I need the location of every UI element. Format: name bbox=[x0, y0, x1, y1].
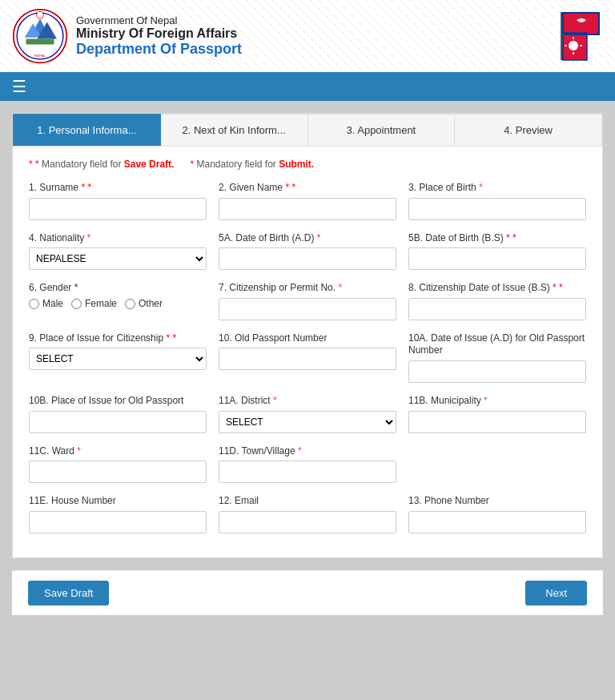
nepal-flag-icon bbox=[559, 10, 603, 62]
gender-option-other[interactable]: Other bbox=[125, 298, 163, 309]
input-date-issue-old[interactable] bbox=[408, 360, 586, 383]
label-ward: 11C. Ward * bbox=[29, 445, 207, 458]
label-place-old-passport: 10B. Place of Issue for Old Passport bbox=[29, 395, 207, 408]
svg-marker-9 bbox=[563, 13, 599, 34]
navbar: ☰ bbox=[0, 72, 615, 101]
tab-personal[interactable]: 1. Personal Informa... bbox=[13, 114, 161, 146]
row-7: 11E. House Number 12. Email 13. Phone Nu… bbox=[29, 495, 586, 533]
label-town-village: 11D. Town/Village * bbox=[219, 445, 396, 458]
svg-point-5 bbox=[37, 11, 44, 18]
row-2: 4. Nationality * NEPALESE 5A. Date of Bi… bbox=[29, 232, 586, 271]
mandatory-keyword-1: Save Draft. bbox=[124, 159, 175, 170]
header-line1: Government Of Nepal bbox=[76, 14, 242, 26]
label-old-passport: 10. Old Passport Number bbox=[219, 332, 396, 345]
gender-option-male[interactable]: Male bbox=[29, 298, 63, 309]
label-place-of-issue: 9. Place of Issue for Citizenship * * bbox=[29, 332, 207, 345]
input-given-name[interactable] bbox=[219, 198, 396, 220]
next-button[interactable]: Next bbox=[525, 581, 587, 605]
label-dob-bs: 5B. Date of Birth (B.S) * * bbox=[408, 232, 586, 245]
field-dob-bs: 5B. Date of Birth (B.S) * * bbox=[408, 232, 586, 271]
select-place-of-issue[interactable]: SELECT bbox=[29, 348, 207, 370]
field-town-village: 11D. Town/Village * bbox=[219, 445, 396, 484]
label-male: Male bbox=[42, 298, 63, 309]
label-house-number: 11E. House Number bbox=[29, 495, 207, 508]
input-phone[interactable] bbox=[408, 511, 586, 533]
header-left: NEPAL Government Of Nepal Ministry Of Fo… bbox=[12, 8, 242, 64]
field-place-of-issue: 9. Place of Issue for Citizenship * * SE… bbox=[29, 332, 207, 371]
label-date-issue-old: 10A. Date of Issue (A.D) for Old Passpor… bbox=[408, 332, 586, 357]
main-container: 1. Personal Informa... 2. Next of Kin In… bbox=[12, 113, 603, 558]
input-surname[interactable] bbox=[29, 198, 207, 220]
label-other: Other bbox=[139, 298, 163, 309]
label-citizenship-date: 8. Citizenship Date of Issue (B.S) * * bbox=[408, 282, 586, 295]
input-email[interactable] bbox=[219, 511, 396, 533]
label-municipality: 11B. Municipality * bbox=[408, 395, 586, 408]
mandatory-star-2: * bbox=[190, 159, 194, 170]
mandatory-text-2: Mandatory field for bbox=[196, 159, 279, 170]
svg-rect-6 bbox=[26, 39, 54, 45]
input-old-passport[interactable] bbox=[219, 348, 396, 370]
header: NEPAL Government Of Nepal Ministry Of Fo… bbox=[0, 0, 615, 72]
field-surname: 1. Surname * * bbox=[29, 182, 207, 220]
field-place-old-passport: 10B. Place of Issue for Old Passport bbox=[29, 395, 207, 433]
label-phone: 13. Phone Number bbox=[408, 495, 586, 508]
mandatory-text-1: Mandatory field for bbox=[42, 159, 124, 170]
select-nationality[interactable]: NEPALESE bbox=[29, 247, 207, 270]
input-municipality[interactable] bbox=[408, 411, 586, 433]
tabs-bar: 1. Personal Informa... 2. Next of Kin In… bbox=[13, 114, 602, 147]
label-surname: 1. Surname * * bbox=[29, 182, 207, 195]
tab-preview[interactable]: 4. Preview bbox=[455, 114, 602, 146]
field-citizenship-date: 8. Citizenship Date of Issue (B.S) * * bbox=[408, 282, 586, 320]
field-place-of-birth: 3. Place of Birth * bbox=[408, 182, 586, 220]
field-email: 12. Email bbox=[219, 495, 396, 533]
label-gender: 6. Gender * bbox=[29, 282, 207, 293]
field-house-number: 11E. House Number bbox=[29, 495, 207, 533]
mandatory-notice: * * Mandatory field for Save Draft. * Ma… bbox=[29, 159, 586, 170]
hamburger-button[interactable]: ☰ bbox=[12, 78, 26, 95]
header-line3: Department Of Passport bbox=[76, 41, 242, 58]
field-district: 11A. District * SELECT bbox=[219, 395, 396, 433]
row-3: 6. Gender * Male Female Other bbox=[29, 282, 586, 320]
field-ward: 11C. Ward * bbox=[29, 445, 207, 484]
input-town-village[interactable] bbox=[219, 461, 396, 483]
tab-appointment[interactable]: 3. Appointment bbox=[308, 114, 456, 146]
field-phone: 13. Phone Number bbox=[408, 495, 586, 533]
row-6: 11C. Ward * 11D. Town/Village * bbox=[29, 445, 586, 484]
field-old-passport: 10. Old Passport Number bbox=[219, 332, 396, 371]
nepal-flag-container bbox=[559, 10, 603, 62]
label-female: Female bbox=[85, 298, 117, 309]
label-dob-ad: 5A. Date of Birth (A.D) * bbox=[219, 232, 396, 245]
gender-options: Male Female Other bbox=[29, 298, 207, 309]
save-draft-button[interactable]: Save Draft bbox=[28, 581, 109, 605]
tab-nextofkin[interactable]: 2. Next of Kin Inform... bbox=[161, 114, 308, 146]
input-place-old-passport[interactable] bbox=[29, 411, 207, 433]
radio-other[interactable] bbox=[125, 299, 135, 309]
field-municipality: 11B. Municipality * bbox=[408, 395, 586, 433]
form-area: * * Mandatory field for Save Draft. * Ma… bbox=[13, 147, 602, 557]
input-dob-bs[interactable] bbox=[408, 247, 586, 270]
svg-text:NEPAL: NEPAL bbox=[34, 54, 46, 58]
input-house-number[interactable] bbox=[29, 511, 207, 533]
row-5: 10B. Place of Issue for Old Passport 11A… bbox=[29, 395, 586, 433]
input-dob-ad[interactable] bbox=[219, 247, 396, 270]
footer-bar: Save Draft Next bbox=[12, 570, 603, 615]
row-4: 9. Place of Issue for Citizenship * * SE… bbox=[29, 332, 586, 383]
input-citizenship-date[interactable] bbox=[408, 298, 586, 320]
input-ward[interactable] bbox=[29, 461, 207, 483]
row-1: 1. Surname * * 2. Given Name * * 3. Plac… bbox=[29, 182, 586, 220]
header-text: Government Of Nepal Ministry Of Foreign … bbox=[76, 14, 242, 58]
nepal-emblem-icon: NEPAL bbox=[12, 8, 68, 64]
input-place-of-birth[interactable] bbox=[408, 198, 586, 220]
gender-option-female[interactable]: Female bbox=[71, 298, 117, 309]
select-district[interactable]: SELECT bbox=[219, 411, 396, 433]
field-date-issue-old: 10A. Date of Issue (A.D) for Old Passpor… bbox=[408, 332, 586, 383]
label-district: 11A. District * bbox=[219, 395, 396, 408]
field-nationality: 4. Nationality * NEPALESE bbox=[29, 232, 207, 271]
input-citizenship-no[interactable] bbox=[219, 298, 396, 320]
radio-female[interactable] bbox=[71, 299, 82, 309]
radio-male[interactable] bbox=[29, 299, 39, 309]
label-citizenship-no: 7. Citizenship or Permit No. * bbox=[219, 282, 396, 295]
label-place-of-birth: 3. Place of Birth * bbox=[408, 182, 586, 195]
mandatory-keyword-2: Submit. bbox=[279, 159, 314, 170]
field-dob-ad: 5A. Date of Birth (A.D) * bbox=[219, 232, 396, 271]
